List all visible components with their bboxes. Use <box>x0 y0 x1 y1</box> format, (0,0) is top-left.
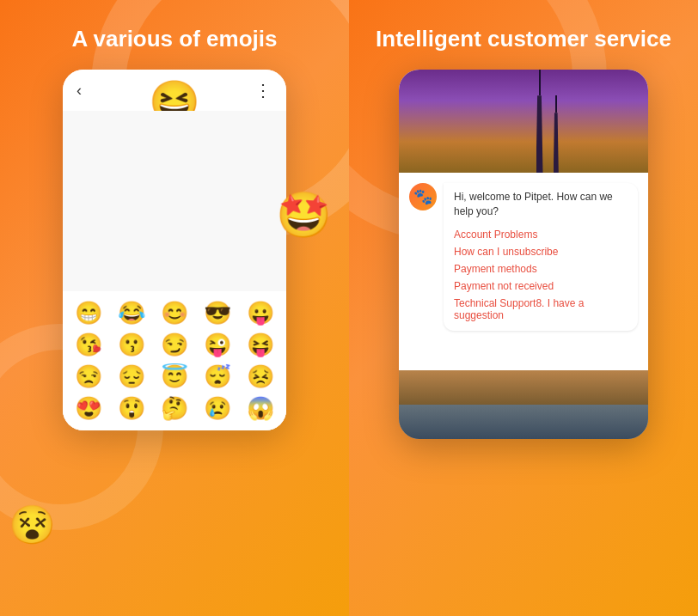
chat-welcome-text: Hi, welcome to Pitpet. How can we help y… <box>454 190 628 219</box>
emoji-17[interactable]: 😲 <box>113 395 150 422</box>
tower-2 <box>554 113 559 173</box>
water-reflection <box>399 405 648 439</box>
right-title: Intelligent customer service <box>376 26 671 52</box>
emoji-8[interactable]: 😏 <box>156 332 193 358</box>
city-image-bottom <box>399 370 648 439</box>
emoji-19[interactable]: 😢 <box>199 395 236 422</box>
emoji-3[interactable]: 😊 <box>156 300 193 326</box>
emoji-18[interactable]: 🤔 <box>156 395 193 422</box>
left-panel: A various of emojis ‹ 😆 ⋮ 😁 😂 😊 😎 😛 😘 😗 … <box>0 0 349 616</box>
emoji-grid: 😁 😂 😊 😎 😛 😘 😗 😏 😜 😝 😒 😔 😇 😴 😣 😍 😲 🤔 😢 <box>63 291 286 430</box>
emoji-11[interactable]: 😒 <box>70 363 107 390</box>
phone-header: ‹ 😆 ⋮ <box>63 70 286 111</box>
back-icon[interactable]: ‹ <box>77 82 82 100</box>
emoji-2[interactable]: 😂 <box>113 300 150 326</box>
left-title: A various of emojis <box>72 26 278 52</box>
emoji-15[interactable]: 😣 <box>242 363 279 390</box>
tower-antenna-1 <box>539 70 541 95</box>
chat-option-5[interactable]: Technical Support8. I have a suggestion <box>454 295 628 324</box>
chat-option-2[interactable]: How can I unsubscribe <box>454 243 628 260</box>
floating-emoji-1: 🤩 <box>276 189 332 241</box>
floating-emoji-2: 😵 <box>9 503 56 547</box>
emoji-13[interactable]: 😇 <box>156 363 193 390</box>
emoji-10[interactable]: 😝 <box>242 332 279 358</box>
emoji-5[interactable]: 😛 <box>242 300 279 326</box>
phone-content: 😁 😂 😊 😎 😛 😘 😗 😏 😜 😝 😒 😔 😇 😴 😣 😍 😲 🤔 😢 <box>63 111 286 430</box>
right-panel: Intelligent customer service 🐾 Hi, welco… <box>349 0 698 616</box>
phone-mockup-left: ‹ 😆 ⋮ 😁 😂 😊 😎 😛 😘 😗 😏 😜 😝 😒 😔 😇 😴 😣 <box>63 70 286 430</box>
emoji-20[interactable]: 😱 <box>242 395 279 422</box>
emoji-4[interactable]: 😎 <box>199 300 236 326</box>
chat-option-3[interactable]: Payment methods <box>454 260 628 278</box>
emoji-14[interactable]: 😴 <box>199 363 236 390</box>
emoji-16[interactable]: 😍 <box>70 395 107 422</box>
bot-avatar: 🐾 <box>409 183 437 210</box>
chat-area: 🐾 Hi, welcome to Pitpet. How can we help… <box>399 173 648 370</box>
emoji-12[interactable]: 😔 <box>113 363 150 390</box>
emoji-9[interactable]: 😜 <box>199 332 236 358</box>
chat-bubble: Hi, welcome to Pitpet. How can we help y… <box>444 183 638 331</box>
bot-avatar-icon: 🐾 <box>413 187 432 206</box>
tower-antenna-2 <box>555 95 557 113</box>
cs-phone-mockup: 🐾 Hi, welcome to Pitpet. How can we help… <box>399 70 648 439</box>
chat-option-1[interactable]: Account Problems <box>454 226 628 243</box>
emoji-1[interactable]: 😁 <box>70 300 107 326</box>
emoji-7[interactable]: 😗 <box>113 332 150 358</box>
emoji-6[interactable]: 😘 <box>70 332 107 358</box>
chat-message-row: 🐾 Hi, welcome to Pitpet. How can we help… <box>399 173 648 338</box>
chat-option-4[interactable]: Payment not received <box>454 278 628 295</box>
menu-icon[interactable]: ⋮ <box>254 80 272 101</box>
city-image-top <box>399 70 648 173</box>
tower-1 <box>536 95 543 173</box>
